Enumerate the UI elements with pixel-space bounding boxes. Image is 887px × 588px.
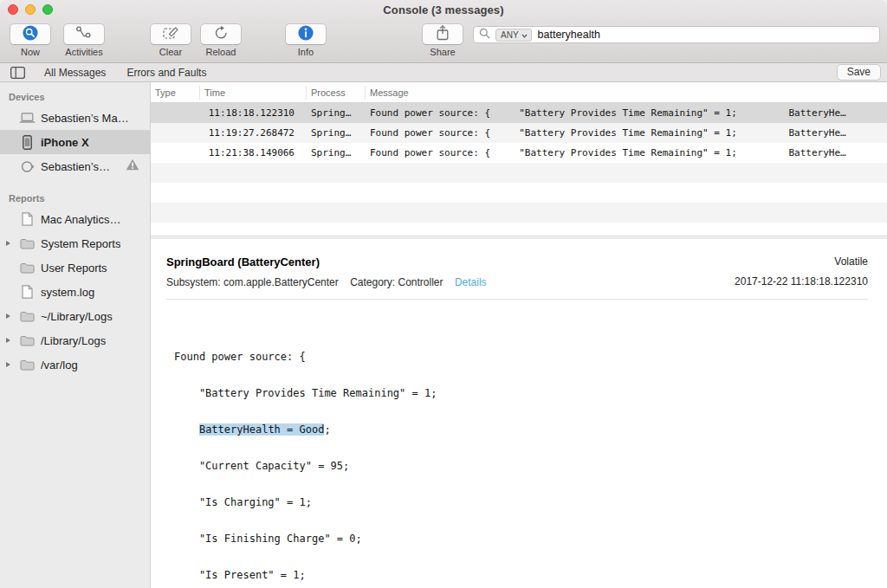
detail-pane: SpringBoard (BatteryCenter) Subsystem: c… — [151, 239, 887, 588]
row-time: 11:18:18.122310 — [200, 107, 307, 119]
console-window: Console (3 messages) Now Activities Clea… — [0, 0, 887, 588]
document-icon — [17, 285, 36, 299]
info-icon — [297, 24, 314, 45]
devices-header: Devices — [0, 87, 150, 106]
detail-left: SpringBoard (BatteryCenter) Subsystem: c… — [166, 255, 487, 288]
activities-label: Activities — [65, 47, 102, 57]
log-line: "Is Finishing Charge" = 0; — [174, 533, 868, 545]
folder-icon — [17, 359, 36, 371]
row-process: Spring… — [307, 127, 366, 139]
sidebar-item-system-log[interactable]: system.log — [0, 280, 150, 304]
table-row[interactable]: 11:21:38.149066 Spring… Found power sour… — [151, 143, 887, 163]
detail-title: SpringBoard (BatteryCenter) — [166, 255, 487, 268]
disclosure-triangle-icon[interactable] — [6, 362, 10, 367]
chevron-down-icon — [521, 30, 528, 40]
sidebar-item-library-logs[interactable]: /Library/Logs — [0, 328, 150, 352]
search-scope-token[interactable]: ANY — [495, 29, 532, 42]
column-header-time[interactable]: Time — [200, 86, 307, 100]
sidebar-item-sebastiens-watch[interactable]: Sebastien’s… — [0, 154, 150, 178]
detail-separator — [166, 299, 868, 300]
row-message: Found power source: { "Battery Provides … — [366, 127, 887, 139]
content: Devices Sebastien’s Ma… iPhone X Sebasti… — [0, 82, 887, 588]
reload-button[interactable]: Reload — [199, 24, 243, 57]
now-button[interactable]: Now — [9, 24, 52, 57]
subsystem-value: com.apple.BatteryCenter — [223, 276, 339, 288]
reports-header: Reports — [0, 189, 150, 207]
row-process: Spring… — [307, 107, 366, 119]
detail-right: Volatile 2017-12-22 11:18:18.122310 — [735, 255, 868, 288]
log-line: "Current Capacity" = 95; — [174, 460, 868, 472]
filter-bar: All Messages Errors and Faults Save — [0, 62, 887, 82]
sidebar-item-var-log[interactable]: /var/log — [0, 352, 150, 377]
category-value: Controller — [398, 276, 444, 288]
clear-button[interactable]: Clear — [149, 24, 192, 57]
log-line: Found power source: { — [174, 351, 868, 363]
row-time: 11:19:27.268472 — [200, 127, 307, 139]
row-process: Spring… — [307, 147, 366, 158]
now-icon — [22, 24, 39, 45]
toolbar: Now Activities Clear Reload Info Share — [0, 19, 887, 62]
log-line: "Is Charging" = 1; — [174, 496, 868, 508]
activities-button[interactable]: Activities — [62, 24, 106, 57]
sidebar-toggle-button[interactable] — [10, 67, 25, 79]
folder-icon — [17, 311, 36, 322]
search-highlight: BatteryHealth = Good — [199, 423, 325, 436]
filter-all-messages[interactable]: All Messages — [44, 67, 106, 79]
folder-icon — [17, 262, 36, 274]
column-header-message[interactable]: Message — [366, 86, 887, 100]
clear-icon — [162, 25, 180, 44]
sidebar-item-mac-analytics[interactable]: Mac Analytics… — [0, 207, 150, 231]
folder-icon — [17, 238, 36, 249]
table-header: Type Time Process Message — [151, 82, 887, 103]
document-icon — [17, 212, 36, 226]
row-time: 11:21:38.149066 — [200, 147, 307, 158]
row-message: Found power source: { "Battery Provides … — [366, 107, 887, 119]
window-title: Console (3 messages) — [0, 3, 887, 16]
info-button[interactable]: Info — [284, 24, 327, 57]
now-label: Now — [21, 47, 40, 57]
disclosure-triangle-icon[interactable] — [6, 241, 10, 246]
activities-icon — [74, 25, 94, 44]
reload-label: Reload — [206, 47, 236, 57]
table-row[interactable]: 11:18:18.122310 Spring… Found power sour… — [151, 103, 887, 123]
filter-errors-faults[interactable]: Errors and Faults — [126, 67, 206, 79]
iphone-icon — [17, 135, 36, 150]
sidebar: Devices Sebastien’s Ma… iPhone X Sebasti… — [0, 82, 151, 588]
disclosure-triangle-icon[interactable] — [6, 338, 10, 343]
clear-label: Clear — [159, 47, 182, 57]
window-chrome: Console (3 messages) Now Activities Clea… — [0, 0, 887, 62]
log-message-body: Found power source: { "Battery Provides … — [174, 326, 868, 588]
log-line: "Battery Provides Time Remaining" = 1; — [174, 387, 868, 399]
category-label: Category: — [350, 276, 395, 288]
details-link[interactable]: Details — [455, 276, 487, 288]
sidebar-item-system-reports[interactable]: System Reports — [0, 231, 150, 255]
folder-icon — [17, 335, 36, 346]
search-icon — [479, 27, 490, 42]
volatile-badge: Volatile — [735, 255, 868, 268]
share-icon — [435, 24, 450, 45]
table-row[interactable]: 11:19:27.268472 Spring… Found power sour… — [151, 123, 887, 143]
laptop-icon — [17, 113, 36, 124]
disclosure-triangle-icon[interactable] — [6, 313, 10, 319]
detail-timestamp: 2017-12-22 11:18:18.122310 — [735, 275, 868, 288]
search-area: ANY batteryhealth — [473, 26, 880, 43]
info-label: Info — [298, 47, 314, 57]
column-header-process[interactable]: Process — [307, 86, 366, 100]
reload-icon — [213, 25, 229, 44]
share-button[interactable]: Share — [421, 24, 464, 57]
sidebar-item-user-reports[interactable]: User Reports — [0, 255, 150, 280]
empty-table-area — [151, 163, 887, 236]
search-input[interactable]: ANY batteryhealth — [473, 26, 880, 43]
row-message: Found power source: { "Battery Provides … — [366, 147, 887, 158]
column-header-type[interactable]: Type — [151, 86, 200, 100]
sidebar-item-iphone-x[interactable]: iPhone X — [0, 130, 150, 154]
log-panel: Type Time Process Message 11:18:18.12231… — [151, 82, 887, 588]
watch-icon — [17, 159, 36, 174]
titlebar: Console (3 messages) — [0, 0, 887, 19]
save-button[interactable]: Save — [838, 65, 880, 80]
sidebar-item-user-library-logs[interactable]: ~/Library/Logs — [0, 304, 150, 328]
subsystem-label: Subsystem: — [166, 276, 221, 288]
share-label: Share — [430, 47, 455, 57]
warning-icon — [126, 158, 139, 174]
sidebar-item-sebastiens-mac[interactable]: Sebastien’s Ma… — [0, 106, 150, 130]
